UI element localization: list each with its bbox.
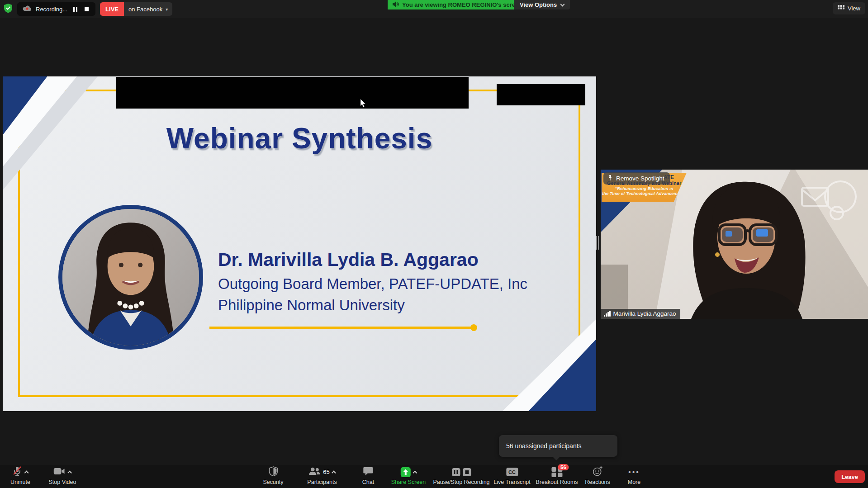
live-transcript-button[interactable]: CC Live Transcript (493, 466, 530, 485)
banner-line-3: “Rehumanizing Education in (602, 186, 687, 191)
screen-viewing-banner: You are viewing ROMEO REGINIO's screen (388, 0, 527, 9)
remove-spotlight-label: Remove Spotlight (616, 175, 664, 182)
audio-level-icon (604, 311, 611, 317)
speaker-affiliation: Philippine Normal University (218, 297, 405, 314)
participants-options-chevron[interactable] (332, 471, 336, 475)
pause-recording-button[interactable] (71, 5, 79, 13)
breakout-rooms-label: Breakout Rooms (536, 479, 578, 485)
participants-button[interactable]: 65 Participants (307, 466, 337, 485)
view-grid-icon (838, 5, 844, 12)
reactions-label: Reactions (585, 479, 610, 485)
recording-status-label: Recording... (36, 6, 67, 13)
gold-underline (209, 327, 474, 329)
remove-spotlight-button[interactable]: Remove Spotlight (603, 172, 670, 185)
smiley-plus-icon (592, 466, 603, 479)
breakout-rooms-icon: 56 (551, 467, 562, 478)
shield-icon (269, 466, 278, 478)
live-target-button[interactable]: on Facebook ▾ (124, 2, 172, 16)
tooltip-text: 56 unassigned participants (506, 442, 582, 450)
participants-icon (308, 467, 320, 478)
share-screen-icon (401, 467, 411, 477)
gold-underline-dot (470, 324, 477, 331)
ellipsis-icon: ••• (628, 468, 640, 476)
unmute-label: Unmute (10, 479, 30, 485)
reactions-button[interactable]: Reactions (585, 466, 610, 485)
view-options-button[interactable]: View Options (514, 0, 570, 9)
viewing-banner-text: You are viewing ROMEO REGINIO's screen (402, 1, 522, 8)
share-screen-button[interactable]: Share Screen (391, 466, 426, 485)
participant-name: Marivilla Lydia Aggarao (613, 310, 676, 317)
more-button[interactable]: ••• More (628, 466, 640, 485)
breakout-rooms-button[interactable]: 56 Breakout Rooms (536, 466, 578, 485)
shared-screen-slide: Webinar Synthesis (3, 76, 596, 411)
security-label: Security (263, 479, 283, 485)
participants-count: 65 (323, 469, 329, 475)
chat-bubble-icon (363, 467, 373, 478)
security-button[interactable]: Security (263, 466, 283, 485)
view-button-label: View (848, 5, 860, 12)
live-target-label: on Facebook (128, 6, 162, 13)
encryption-shield-icon (4, 3, 13, 15)
unmute-options-chevron[interactable] (24, 471, 29, 475)
banner-line-4: the Time of Technological Advancement” (602, 191, 687, 196)
pause-stop-recording-label: Pause/Stop Recording (433, 479, 489, 485)
participants-label: Participants (307, 479, 337, 485)
meeting-toolbar: Unmute Stop Video Security (0, 465, 868, 488)
pin-icon (607, 175, 613, 182)
more-label: More (628, 479, 640, 485)
live-stream-pill: LIVE on Facebook ▾ (100, 2, 172, 16)
stop-recording-icon[interactable] (463, 468, 471, 476)
closed-captions-icon: CC (506, 468, 518, 476)
share-options-chevron[interactable] (413, 471, 417, 475)
share-screen-label: Share Screen (391, 479, 426, 485)
top-left-cluster: Recording... LIVE on Facebook ▾ (4, 2, 172, 16)
unmute-button[interactable]: Unmute (10, 466, 30, 485)
breakout-rooms-badge: 56 (558, 464, 569, 470)
zoom-meeting-window: Recording... LIVE on Facebook ▾ You are … (0, 0, 868, 488)
recording-pill: Recording... (17, 2, 95, 16)
video-camera-icon (54, 467, 66, 477)
caret-down-icon: ▾ (166, 7, 168, 12)
tooltip-arrow (552, 456, 560, 460)
stop-video-label: Stop Video (49, 479, 76, 485)
speaker-portrait (58, 205, 203, 350)
participant-name-tag: Marivilla Lydia Aggarao (601, 309, 680, 319)
stop-recording-button[interactable] (83, 5, 90, 13)
chat-label: Chat (362, 479, 374, 485)
cloud-recording-icon (23, 5, 32, 13)
live-transcript-label: Live Transcript (493, 479, 530, 485)
speaker-name: Dr. Marivilla Lydia B. Aggarao (218, 249, 479, 270)
slide-title: Webinar Synthesis (3, 122, 596, 155)
stop-video-button[interactable]: Stop Video (49, 466, 76, 485)
mouse-cursor-icon (360, 99, 366, 110)
chevron-down-icon (560, 2, 565, 6)
chat-button[interactable]: Chat (362, 466, 374, 485)
speaker-audio-icon (393, 1, 399, 9)
unassigned-participants-tooltip: 56 unassigned participants (499, 435, 617, 457)
view-options-label: View Options (520, 1, 557, 8)
speaker-role: Outgoing Board Member, PATEF-UPDATE, Inc (218, 275, 527, 293)
video-options-chevron[interactable] (67, 471, 72, 475)
redacted-region-top (116, 77, 469, 109)
pause-recording-icon[interactable] (452, 468, 460, 476)
pause-stop-recording-button[interactable]: Pause/Stop Recording (433, 466, 489, 485)
panel-resize-handle[interactable] (596, 235, 600, 251)
redacted-region-top-right (497, 84, 585, 105)
microphone-muted-icon (13, 466, 23, 479)
live-badge: LIVE (100, 2, 124, 16)
top-bar: Recording... LIVE on Facebook ▾ You are … (0, 0, 868, 18)
leave-button[interactable]: Leave (835, 470, 865, 483)
participant-video-tile[interactable]: ATE General Assembly and Webinar “Rehuma… (601, 170, 868, 319)
view-button[interactable]: View (833, 2, 865, 14)
